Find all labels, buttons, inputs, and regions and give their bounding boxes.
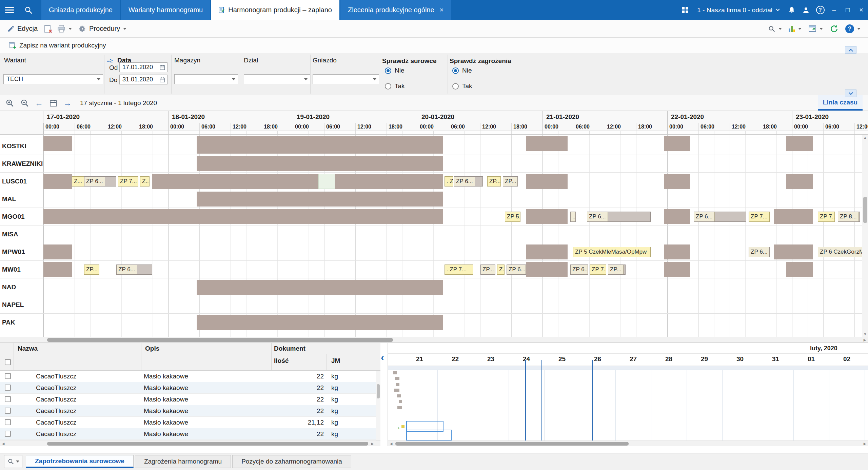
scroll-left-icon[interactable]: ◀ <box>388 441 394 446</box>
wariant-select[interactable]: TECH <box>3 74 103 84</box>
global-search-button[interactable] <box>19 0 38 20</box>
scroll-down-icon[interactable]: ▼ <box>862 331 868 337</box>
gantt-task-bar[interactable]: ZP 6... <box>587 212 651 222</box>
col-header-jm[interactable]: JM <box>331 357 340 365</box>
gantt-task-bar[interactable]: ZP... <box>487 176 501 187</box>
gantt-vertical-scrollbar[interactable]: ▲ ▼ <box>862 135 868 337</box>
select-all-checkbox[interactable] <box>5 359 11 365</box>
scrollbar-thumb[interactable] <box>47 442 368 446</box>
window-minimize-button[interactable]: – <box>827 0 841 20</box>
gantt-task-bar[interactable]: ZP 6... <box>454 176 483 187</box>
bottom-tab-0[interactable]: Zapotrzebowania surowcowe <box>26 455 134 468</box>
date-to-input[interactable]: 31.01.2020 <box>119 75 167 84</box>
window-close-button[interactable]: × <box>854 0 868 20</box>
gantt-task-bar[interactable]: ZP 6... <box>694 212 746 222</box>
gantt-horizontal-scrollbar[interactable]: ▶ <box>0 337 868 342</box>
dzial-select[interactable] <box>244 74 310 84</box>
gantt-task-bar[interactable]: ZP 6... <box>116 265 152 275</box>
refresh-button[interactable] <box>826 22 842 35</box>
delete-document-button[interactable]: × <box>41 23 54 35</box>
col-header-dokument[interactable]: Dokument <box>274 345 305 352</box>
help-button[interactable]: ? <box>813 0 827 20</box>
toolbar-search-button[interactable] <box>765 23 785 35</box>
gantt-task-bar[interactable]: Z... <box>497 265 505 275</box>
gantt-task-bar[interactable]: ZP... <box>503 176 518 187</box>
gantt-task-bar[interactable]: ZP 5... <box>505 212 520 222</box>
scroll-up-icon[interactable]: ▲ <box>862 135 868 140</box>
scrollbar-thumb[interactable] <box>395 442 629 446</box>
gantt-task-bar[interactable]: ZP 7... <box>818 212 835 222</box>
gniazdo-select[interactable] <box>313 74 379 84</box>
procedures-button[interactable]: Procedury <box>75 23 130 35</box>
save-variant-button[interactable]: Zapisz na wariant produkcyjny <box>5 39 110 52</box>
table-row[interactable]: CacaoTluszczMasło kakaowe22kg <box>0 405 376 417</box>
window-maximize-button[interactable]: □ <box>841 0 854 20</box>
gantt-task-bar[interactable]: ZP 6... <box>84 176 116 187</box>
gantt-task-bar[interactable]: ZP 8... <box>838 212 860 222</box>
scrollbar-thumb[interactable] <box>377 384 380 398</box>
gantt-task-bar[interactable]: ZP... <box>480 265 495 275</box>
scroll-right-icon[interactable]: ▶ <box>370 441 375 446</box>
close-icon[interactable]: × <box>440 6 444 14</box>
scroll-right-icon[interactable]: ▶ <box>862 337 868 342</box>
table-row[interactable]: CacaoTluszczMasło kakaowe22kg <box>0 382 376 394</box>
table-row[interactable]: CacaoTluszczMasło kakaowe22kg <box>0 428 376 440</box>
filter-collapse-down-button[interactable] <box>845 90 856 97</box>
gantt-task-bar[interactable]: . Z.. <box>445 176 453 187</box>
gantt-task-bar[interactable]: ZP 7... <box>590 265 606 275</box>
gantt-task-bar[interactable]: ZP 6... <box>749 247 770 257</box>
gantt-task-bar[interactable]: ZP 5 CzekMleMasa/OpMpw <box>573 247 651 257</box>
apps-grid-icon[interactable] <box>682 7 688 13</box>
chart-view-button[interactable] <box>785 23 805 34</box>
user-button[interactable] <box>799 0 813 20</box>
gantt-task-bar[interactable]: Z... <box>72 176 84 187</box>
toolbar-help-button[interactable]: ? <box>842 22 864 35</box>
print-button[interactable] <box>54 23 75 35</box>
topbar-tab[interactable]: Warianty harmonogramu <box>121 0 210 20</box>
notifications-button[interactable] <box>785 0 799 20</box>
surowce-radio-nie[interactable]: Nie <box>385 67 405 74</box>
zagrozenia-radio-nie[interactable]: Nie <box>452 67 472 74</box>
gantt-task-bar[interactable]: ZP 7... <box>118 176 138 187</box>
row-checkbox[interactable] <box>5 419 11 425</box>
collapse-left-icon[interactable]: ‹ <box>381 352 384 363</box>
topbar-tab[interactable]: Zlecenia produkcyjne ogólne× <box>340 0 451 20</box>
row-checkbox[interactable] <box>5 396 11 402</box>
filter-collapse-up-button[interactable] <box>845 46 856 54</box>
row-checkbox[interactable] <box>5 385 11 391</box>
gantt-task-bar[interactable]: .. <box>570 212 576 222</box>
gantt-task-bar[interactable]: . ZP 7... <box>445 265 473 275</box>
zoom-out-button[interactable] <box>18 97 31 110</box>
row-checkbox[interactable] <box>5 373 11 379</box>
gantt-task-bar[interactable]: ZP 6... <box>507 265 526 275</box>
layout-view-button[interactable] <box>805 23 826 35</box>
prev-period-button[interactable]: ← <box>33 98 45 108</box>
col-header-opis[interactable]: Opis <box>145 345 159 352</box>
zoom-in-button[interactable] <box>3 97 16 110</box>
zagrozenia-radio-tak[interactable]: Tak <box>452 82 472 90</box>
edit-button[interactable]: Edycja <box>4 23 41 35</box>
next-period-button[interactable]: → <box>62 98 73 108</box>
table-row[interactable]: CacaoTluszczMasło kakaowe22kg <box>0 394 376 405</box>
table-row[interactable]: CacaoTluszczMasło kakaowe22kg <box>0 371 376 382</box>
mg-selection-rect[interactable] <box>406 430 452 440</box>
scroll-left-icon[interactable]: ◀ <box>0 441 6 446</box>
gantt-task-bar[interactable]: ZP... <box>84 265 99 275</box>
surowce-radio-tak[interactable]: Tak <box>385 82 405 90</box>
bottom-tabs-menu-button[interactable] <box>4 455 22 468</box>
gantt-task-bar[interactable]: ZP... <box>608 265 626 275</box>
date-from-input[interactable]: 17.01.2020 <box>119 62 167 72</box>
row-checkbox[interactable] <box>5 431 11 437</box>
col-header-nazwa[interactable]: Nazwa <box>18 345 38 352</box>
scrollbar-thumb[interactable] <box>863 197 867 223</box>
topbar-tab[interactable]: Harmonogram produkcji – zaplano <box>211 0 339 20</box>
bottom-tab-1[interactable]: Zagrożenia harmonogramu <box>135 455 231 468</box>
mini-gantt-horizontal-scrollbar[interactable]: ◀ ▶ <box>388 440 868 446</box>
gantt-task-bar[interactable]: ZP 7... <box>749 212 770 222</box>
table-row[interactable]: CacaoTluszczMasło kakaowe21,12kg <box>0 417 376 428</box>
panel-splitter[interactable]: ‹ <box>380 343 388 446</box>
bottom-tab-2[interactable]: Pozycje do zaharmonogramowania <box>232 455 351 468</box>
company-selector[interactable]: 1 - Nasza firma 0 - oddział <box>697 6 779 14</box>
tab-linia-czasu[interactable]: Linia czasu <box>818 95 863 111</box>
scroll-right-icon[interactable]: ▶ <box>862 441 868 446</box>
